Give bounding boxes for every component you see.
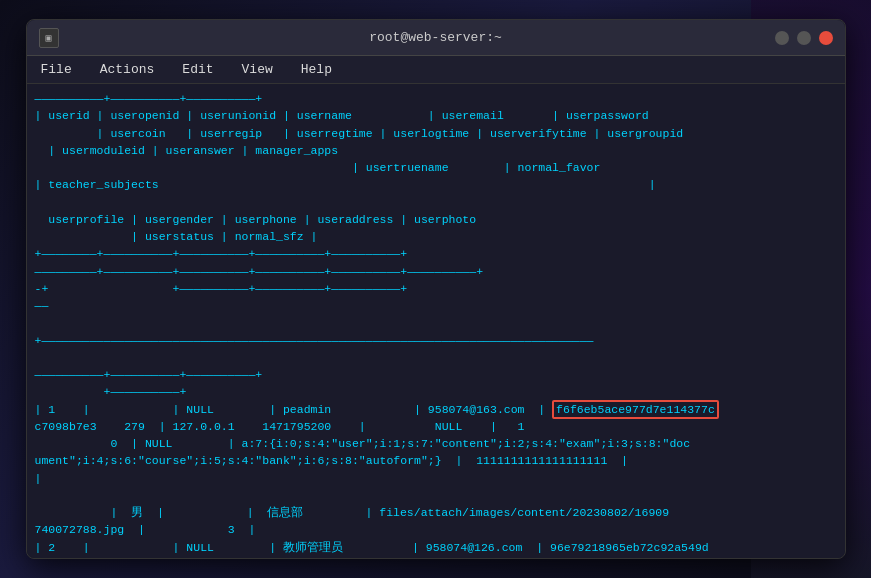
term-line <box>35 349 837 366</box>
term-line-highlight: | 1 | | NULL | peadmin | 958074@163.com … <box>35 401 837 418</box>
window-controls <box>775 31 833 45</box>
term-line: +——————————+ <box>35 383 837 400</box>
menu-edit[interactable]: Edit <box>176 60 219 79</box>
term-line: | teacher_subjects | <box>35 176 837 193</box>
title-bar: ▣ root@web-server:~ <box>27 20 845 56</box>
term-line: | usertruename | normal_favor <box>35 159 837 176</box>
term-line <box>35 487 837 504</box>
highlighted-hash: f6f6eb5ace977d7e114377c <box>552 400 719 419</box>
term-line: | usercoin | userregip | userregtime | u… <box>35 125 837 142</box>
term-line: | 男 | | 信息部 | files/attach/images/conten… <box>35 504 837 521</box>
menu-help[interactable]: Help <box>295 60 338 79</box>
term-line: -+ +——————————+——————————+——————————+ <box>35 280 837 297</box>
term-line: | 2 | | NULL | 教师管理员 | 958074@126.com | … <box>35 539 837 556</box>
term-line: —— <box>35 297 837 314</box>
minimize-button[interactable] <box>775 31 789 45</box>
menu-file[interactable]: File <box>35 60 78 79</box>
term-line <box>35 314 837 331</box>
term-line: ——————————+——————————+——————————+ <box>35 90 837 107</box>
term-line: 740072788.jpg | 3 | <box>35 521 837 538</box>
terminal-body[interactable]: ——————————+——————————+——————————+ | user… <box>27 84 845 558</box>
close-button[interactable] <box>819 31 833 45</box>
term-line: c7098b7e3 279 | 127.0.0.1 1471795200 | N… <box>35 418 837 435</box>
terminal-window: ▣ root@web-server:~ File Actions Edit Vi… <box>26 19 846 559</box>
term-line: d5a330112 | 98 | 127.0.0.1 1471795200 | … <box>35 556 837 558</box>
term-line: —————————+——————————+——————————+————————… <box>35 263 837 280</box>
term-line: +———————————————————————————————————————… <box>35 332 837 349</box>
window-title: root@web-server:~ <box>369 30 502 45</box>
term-line <box>35 194 837 211</box>
term-line: +————————+——————————+——————————+————————… <box>35 245 837 262</box>
term-line: | userstatus | normal_sfz | <box>35 228 837 245</box>
desktop: ▣ root@web-server:~ File Actions Edit Vi… <box>0 0 871 578</box>
term-line: userprofile | usergender | userphone | u… <box>35 211 837 228</box>
maximize-button[interactable] <box>797 31 811 45</box>
menu-view[interactable]: View <box>236 60 279 79</box>
term-line: ument";i:4;s:6:"course";i:5;s:4:"bank";i… <box>35 452 837 469</box>
terminal-icon: ▣ <box>39 28 59 48</box>
menu-bar: File Actions Edit View Help <box>27 56 845 84</box>
term-line: | userid | useropenid | userunionid | us… <box>35 107 837 124</box>
term-line: 0 | NULL | a:7:{i:0;s:4:"user";i:1;s:7:"… <box>35 435 837 452</box>
term-line: | usermoduleid | useranswer | manager_ap… <box>35 142 837 159</box>
term-line: ——————————+——————————+——————————+ <box>35 366 837 383</box>
menu-actions[interactable]: Actions <box>94 60 161 79</box>
term-line: | <box>35 470 837 487</box>
